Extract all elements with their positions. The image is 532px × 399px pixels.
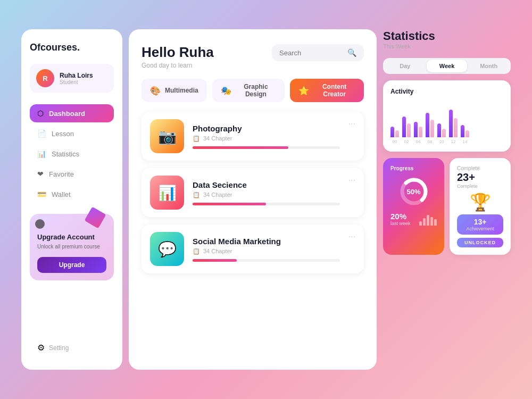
category-tab-graphic[interactable]: 🎭 Graphic Design [212,79,285,102]
user-info: Ruha Loirs Student [60,72,93,85]
search-bar[interactable]: 🔍 [272,44,364,61]
course-dots-data-science[interactable]: ··· [348,176,355,185]
bar-pink-5 [454,118,458,137]
course-dots-social-media[interactable]: ··· [348,232,355,242]
sidebar-item-wallet[interactable]: 💳 Wallet [30,185,114,203]
lesson-icon: 📄 [37,129,46,138]
bar-pink-3 [430,120,434,137]
chapter-count-photography: 34 Chapter [203,135,232,142]
stats-header: Statistics This Week [383,29,511,49]
courses-list: 📷 Photography 📋 34 Chapter ··· 📊 Data Se… [142,112,364,273]
chart-label-2: 04 [416,139,421,144]
chart-area: 00 02 04 08 10 12 [390,102,503,144]
bar-group-5 [449,110,458,137]
course-meta-photography: 📋 34 Chapter [193,135,340,142]
progress-fill-photography [193,146,288,149]
multimedia-icon: 🎨 [150,86,161,96]
avatar: R [36,69,54,87]
mini-bar-1 [423,218,426,226]
nav-container: ⬡ Dashboard📄 Lesson📊 Statistics❤ Favorit… [30,104,114,205]
mini-bar-0 [419,221,422,226]
mini-bar-4 [434,219,437,226]
deco-shape-2 [35,219,45,229]
category-tab-content[interactable]: ⭐ Content Creator [290,79,364,102]
chart-col-6: 14 [461,125,469,144]
progress-fill-data-science [193,203,266,205]
upgrade-card: Upgrade Account Unlock all premium cours… [30,214,114,280]
greeting-subtitle: Good day to learn [142,62,214,69]
bar-group-2 [414,122,422,137]
course-name-social-media: Social Media Marketing [193,237,340,246]
upgrade-title: Upgrade Account [37,233,106,241]
period-tab-day[interactable]: Day [385,60,426,72]
period-tabs: DayWeekMonth [383,58,511,74]
chapter-icon: 📋 [193,248,200,255]
greeting-title: Hello Ruha [142,44,214,61]
deco-shape-1 [85,207,106,229]
week-label: last week [390,221,411,226]
chapter-count-data-science: 34 Chapter [203,192,232,198]
progress-label: Progress [390,165,437,171]
chart-col-5: 12 [449,110,458,144]
logo-dot: . [77,42,80,53]
progress-bar-data-science [193,203,340,205]
app-container: Ofcourses. R Ruha Loirs Student ⬡ Dashbo… [21,29,511,370]
course-card-social-media[interactable]: 💬 Social Media Marketing 📋 34 Chapter ··… [142,225,364,273]
bar-group-3 [426,113,434,137]
sidebar-logo: Ofcourses. [30,42,114,53]
course-thumb-social-media: 💬 [150,232,184,266]
course-info-data-science: Data Secience 📋 34 Chapter [193,180,340,205]
sidebar-item-dashboard[interactable]: ⬡ Dashboard [30,104,114,122]
greeting-block: Hello Ruha Good day to learn [142,44,214,69]
course-meta-social-media: 📋 34 Chapter [193,248,340,255]
main-header: Hello Ruha Good day to learn 🔍 [142,44,364,69]
search-icon: 🔍 [347,48,356,57]
cat-label-graphic: Graphic Design [236,83,276,98]
chapter-count-social-media: 34 Chapter [203,248,232,254]
course-thumb-photography: 📷 [150,119,184,153]
chart-label-6: 14 [463,139,468,144]
bar-pink-4 [442,129,446,137]
user-card[interactable]: R Ruha Loirs Student [30,64,114,93]
period-tab-week[interactable]: Week [427,60,468,72]
progress-fill-social-media [193,259,237,262]
bar-pink-6 [466,130,469,137]
course-card-data-science[interactable]: 📊 Data Secience 📋 34 Chapter ··· [142,168,364,217]
course-meta-data-science: 📋 34 Chapter [193,192,340,198]
period-tab-month[interactable]: Month [468,60,509,72]
bar-purple-0 [390,127,394,137]
course-card-photography[interactable]: 📷 Photography 📋 34 Chapter ··· [142,112,364,161]
wallet-icon: 💳 [37,190,46,198]
course-info-photography: Photography 📋 34 Chapter [193,124,340,149]
sidebar-item-favorite[interactable]: ❤ Favorite [30,165,114,183]
bar-pink-2 [419,127,422,137]
avatar-initials: R [43,74,47,82]
course-name-photography: Photography [193,124,340,133]
bar-group-4 [437,123,446,137]
progress-week: 20% last week [390,212,411,226]
search-input[interactable] [279,49,343,57]
category-tab-multimedia[interactable]: 🎨 Multimedia [142,79,207,102]
upgrade-description: Unlock all premium course [37,243,106,251]
bar-purple-3 [426,113,429,137]
sidebar: Ofcourses. R Ruha Loirs Student ⬡ Dashbo… [21,29,122,370]
complete-card: Complete 23+ Complete 🏆 13+ Achievement … [450,158,511,255]
setting-icon: ⚙ [37,343,45,353]
sidebar-item-statistics[interactable]: 📊 Statistics [30,145,114,163]
setting-item[interactable]: ⚙ Setting [30,338,114,357]
complete-sub: Complete [457,184,478,189]
activity-card: Activity 00 02 04 08 10 [383,80,511,152]
upgrade-button[interactable]: Upgrade [37,257,106,273]
progress-bottom: 20% last week [390,212,437,226]
activity-label: Activity [390,88,503,95]
course-dots-photography[interactable]: ··· [348,119,355,129]
sidebar-item-lesson[interactable]: 📄 Lesson [30,124,114,143]
content-icon: ⭐ [298,86,309,96]
chart-label-4: 10 [439,139,444,144]
category-tabs: 🎨 Multimedia🎭 Graphic Design⭐ Content Cr… [142,79,364,102]
chart-label-5: 12 [451,139,456,144]
user-role: Student [60,79,93,85]
bar-purple-4 [437,123,441,137]
achievement-count: 13+ [462,218,498,226]
stats-title: Statistics [383,29,511,43]
